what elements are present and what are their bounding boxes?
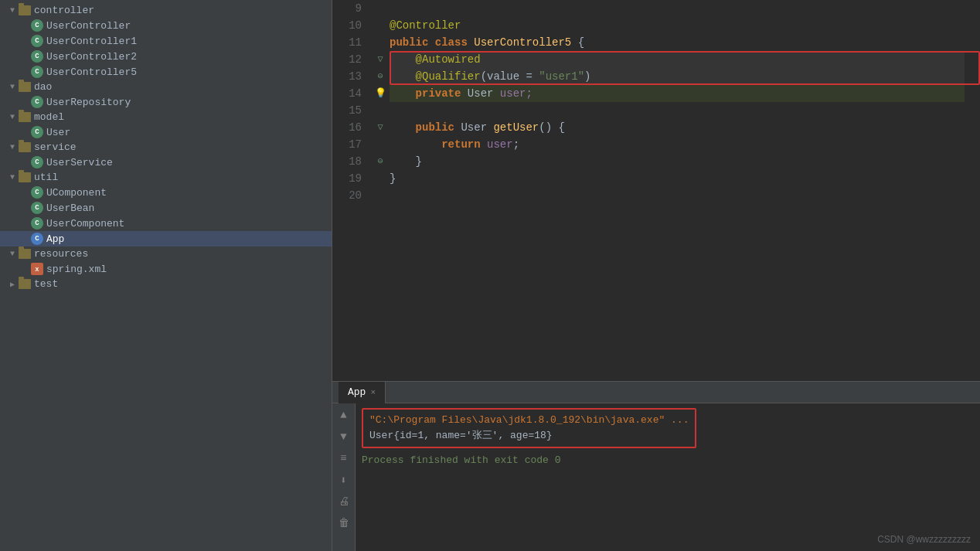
token — [390, 68, 416, 85]
line-num-12: 12 — [332, 51, 362, 68]
token: UserController5 — [474, 34, 577, 51]
gutter-9 — [371, 0, 390, 17]
sidebar-item-label: UserRepository — [46, 97, 131, 108]
scroll-up-button[interactable]: ▲ — [335, 406, 352, 423]
editor-content[interactable]: 9 10 11 12 13 14 15 16 17 18 19 20 — [332, 0, 980, 381]
code-line-18: } — [390, 153, 965, 170]
sidebar-item-UserController[interactable]: C UserController — [0, 18, 332, 33]
tab-bar: App × — [332, 382, 980, 403]
arrow-icon: ▼ — [6, 113, 19, 121]
gutter-16: ▽ — [371, 119, 390, 136]
token: return — [441, 136, 487, 153]
class-icon: C — [31, 233, 43, 245]
gutter-13: ⊖ — [371, 68, 390, 85]
gutter: ▽ ⊖ 💡 ▽ ⊖ — [371, 0, 390, 204]
sidebar-item-UserController2[interactable]: C UserController2 — [0, 49, 332, 64]
sidebar-item-util[interactable]: ▼ util — [0, 170, 332, 185]
arrow-icon: ▶ — [6, 280, 19, 289]
token: } — [390, 153, 422, 170]
sidebar-item-service[interactable]: ▼ service — [0, 140, 332, 155]
lines-button[interactable]: ≡ — [335, 450, 352, 467]
sidebar-item-UComponent[interactable]: C UComponent — [0, 185, 332, 200]
print-button[interactable]: 🖨 — [335, 493, 352, 510]
folder-icon — [19, 142, 31, 152]
line-numbers: 9 10 11 12 13 14 15 16 17 18 19 20 — [332, 0, 371, 204]
token: () { — [539, 119, 565, 136]
token: { — [578, 34, 584, 51]
sidebar-item-label: spring.xml — [46, 264, 107, 275]
sidebar-item-label: service — [34, 141, 77, 153]
sidebar-item-label: UserService — [46, 157, 113, 168]
gutter-19 — [371, 170, 390, 187]
sidebar-item-spring-xml[interactable]: X spring.xml — [0, 261, 332, 277]
sidebar-item-label: User — [46, 127, 70, 138]
sidebar-item-model[interactable]: ▼ model — [0, 110, 332, 124]
console-cmd-line: "C:\Program Files\Java\jdk1.8.0_192\bin\… — [369, 413, 689, 428]
token — [390, 119, 416, 136]
token: private — [416, 85, 468, 102]
gutter-14: 💡 — [371, 85, 390, 102]
sidebar-item-label: test — [34, 278, 58, 290]
code-line-19: } — [390, 170, 965, 187]
sidebar-item-resources[interactable]: ▼ resources — [0, 247, 332, 261]
token — [390, 51, 416, 68]
token: user; — [500, 85, 533, 102]
sidebar-item-UserComponent[interactable]: C UserComponent — [0, 216, 332, 231]
line-num-17: 17 — [332, 136, 362, 153]
sidebar-item-UserRepository[interactable]: C UserRepository — [0, 94, 332, 110]
token: User — [468, 85, 500, 102]
sidebar-item-label: UserController5 — [46, 66, 137, 78]
sidebar-item-label: UserBean — [46, 202, 94, 214]
xml-icon: X — [31, 263, 43, 275]
sidebar-item-dao[interactable]: ▼ dao — [0, 80, 332, 94]
gutter-20 — [371, 187, 390, 204]
line-num-10: 10 — [332, 17, 362, 34]
sidebar-item-User[interactable]: C User — [0, 124, 332, 140]
class-icon: C — [31, 50, 43, 63]
gutter-10 — [371, 17, 390, 34]
sidebar-item-UserBean[interactable]: C UserBean — [0, 200, 332, 216]
token: } — [390, 170, 396, 187]
sidebar-item-label: UserController2 — [46, 51, 137, 63]
code-area: 9 10 11 12 13 14 15 16 17 18 19 20 — [332, 0, 980, 204]
watermark: CSDN @wwzzzzzzzzz — [877, 534, 971, 545]
scroll-down-button[interactable]: ▼ — [335, 428, 352, 445]
folder-icon — [19, 112, 31, 122]
sidebar-item-UserService[interactable]: C UserService — [0, 155, 332, 170]
console-toolbar: ▲ ▼ ≡ ⬇ 🖨 🗑 — [332, 403, 356, 551]
token — [390, 136, 441, 153]
folder-icon — [19, 82, 31, 92]
console-output-box: "C:\Program Files\Java\jdk1.8.0_192\bin\… — [362, 408, 696, 448]
token: class — [435, 34, 474, 51]
tab-app[interactable]: App × — [339, 382, 386, 403]
line-num-14: 14 — [332, 85, 362, 102]
console-output-line: User{id=1, name='张三', age=18} — [369, 428, 689, 444]
arrow-icon: ▼ — [6, 173, 19, 182]
arrow-icon: ▼ — [6, 6, 19, 15]
folder-icon — [19, 172, 31, 182]
line-num-19: 19 — [332, 170, 362, 187]
line-num-15: 15 — [332, 102, 362, 119]
sidebar-item-test[interactable]: ▶ test — [0, 277, 332, 291]
file-tree: ▼ controller C UserController C UserCont… — [0, 0, 332, 551]
class-icon: C — [31, 35, 43, 47]
token: ) — [584, 68, 590, 85]
tab-close-button[interactable]: × — [370, 388, 376, 397]
class-icon: C — [31, 66, 43, 78]
sidebar-item-label: App — [46, 233, 64, 245]
sidebar-item-App[interactable]: C App — [0, 231, 332, 247]
token: @Autowired — [416, 51, 481, 68]
arrow-icon: ▼ — [6, 143, 19, 151]
sidebar-item-UserController1[interactable]: C UserController1 — [0, 33, 332, 49]
class-icon: C — [31, 96, 43, 108]
bottom-content: ▲ ▼ ≡ ⬇ 🖨 🗑 "C:\Program Files\Java\jdk1.… — [332, 403, 980, 551]
sidebar-item-controller[interactable]: ▼ controller — [0, 3, 332, 18]
token: user — [487, 136, 513, 153]
clear-button[interactable]: 🗑 — [335, 515, 352, 532]
token: ; — [513, 136, 519, 153]
sidebar-item-UserController5[interactable]: C UserController5 — [0, 64, 332, 80]
line-num-16: 16 — [332, 119, 362, 136]
sidebar-item-label: resources — [34, 248, 88, 260]
download-button[interactable]: ⬇ — [335, 471, 352, 488]
arrow-icon: ▼ — [6, 83, 19, 91]
